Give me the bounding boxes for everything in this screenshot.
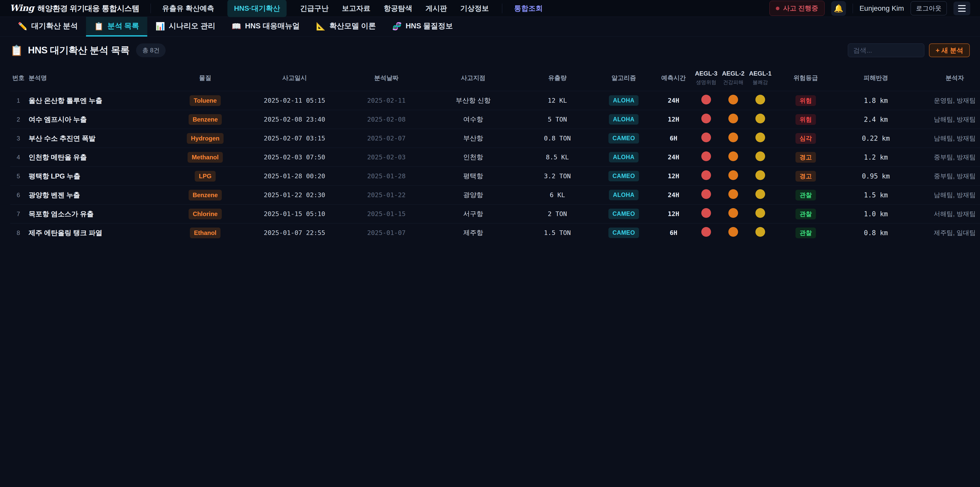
table-row[interactable]: 8 제주 에탄올링 탱크 파열 Ethanol 2025-01-07 22:55… [10,224,980,242]
notification-bell-button[interactable]: 🔔 [831,1,846,16]
cell-amount: 12 KL [522,91,593,110]
cell-predict-time: 12H [654,204,693,224]
cell-predict-time: 12H [654,110,693,129]
nav-item-reports[interactable]: 보고자료 [342,3,370,13]
cell-aegl3 [693,148,720,167]
aegl2-level-icon [729,95,738,104]
risk-badge: 심각 [795,133,816,144]
cell-aegl2 [720,110,747,129]
main-nav: 유출유 확산예측 HNS·대기확산 긴급구난 보고자료 항공탐색 게시판 기상정… [162,0,542,17]
cell-analyst: 제주팀, 일대팀 [914,224,980,242]
nav-item-integrated-search[interactable]: 통합조회 [502,3,542,13]
cell-risk: 관찰 [774,186,838,204]
cell-substance: Benzene [169,186,241,204]
page-title: 📋 HNS 대기확산 분석 목록 [10,44,129,57]
aegl3-level-icon [701,208,711,218]
table-row[interactable]: 7 목포항 염소스가 유출 Chlorine 2025-01-15 05:10 … [10,204,980,224]
pencil-icon: ✏️ [18,22,27,30]
cell-aegl2 [720,148,747,167]
search-input[interactable] [848,43,924,57]
cell-predict-time: 24H [654,186,693,204]
col-risk: 위험등급 [774,66,838,91]
cell-analyst: 남해팀, 방재팀 [914,186,980,204]
cell-substance: Benzene [169,110,241,129]
cell-analyst: 중부팀, 방재팀 [914,148,980,167]
table-row[interactable]: 2 여수 엠프시아 누출 Benzene 2025-02-08 23:40 20… [10,110,980,129]
cell-location: 인천항 [425,148,522,167]
table-row[interactable]: 1 울산 온산항 톨루엔 누출 Toluene 2025-02-11 05:15… [10,91,980,110]
cell-algorithm: CAMEO [593,204,654,224]
algorithm-badge: ALOHA [609,114,638,125]
cell-analysis-name: 부산 수소 추진연 폭발 [27,129,169,148]
logout-button[interactable]: 로그아웃 [911,1,947,15]
cell-radius: 1.5 km [838,186,914,204]
col-aegl1: AEGL-1불쾌감 [747,66,774,91]
cell-analysis-name: 목포항 염소스가 유출 [27,204,169,224]
cell-aegl2 [720,91,747,110]
cell-algorithm: ALOHA [593,186,654,204]
tab-hns-manual[interactable]: 📖 HNS 대응매뉴얼 [224,17,308,37]
tab-hns-substance-info[interactable]: 🧬 HNS 물질정보 [384,17,461,37]
tab-scenario-management[interactable]: 📊 시나리오 관리 [147,17,224,37]
cell-analysis-date: 2025-01-15 [348,204,425,224]
algorithm-badge: CAMEO [608,171,639,181]
cell-radius: 0.22 km [838,129,914,148]
cell-analysis-name: 인천항 메탄올 유출 [27,148,169,167]
substance-badge: LPG [195,171,215,182]
aegl2-level-icon [729,170,738,180]
nav-item-weather[interactable]: 기상정보 [460,3,489,13]
tab-dispersion-analysis[interactable]: ✏️ 대기확산 분석 [10,17,86,37]
cell-analyst: 남해팀, 방재팀 [914,110,980,129]
page-actions: + 새 분석 [848,43,970,57]
new-analysis-button[interactable]: + 새 분석 [929,43,970,57]
table-row[interactable]: 5 평택항 LPG 누출 LPG 2025-01-28 00:20 2025-0… [10,167,980,186]
cell-predict-time: 6H [654,224,693,242]
cell-substance: Chlorine [169,204,241,224]
tab-analysis-list[interactable]: 📋 분석 목록 [86,17,148,37]
bell-icon: 🔔 [834,4,843,13]
cell-aegl1 [747,110,774,129]
col-predict-time: 예측시간 [654,66,693,91]
table-row[interactable]: 6 광양항 벤젠 누출 Benzene 2025-01-22 02:30 202… [10,186,980,204]
cell-incident-datetime: 2025-01-28 00:20 [241,167,348,186]
cell-algorithm: CAMEO [593,224,654,242]
cell-substance: LPG [169,167,241,186]
aegl2-level-icon [729,208,738,218]
cell-analysis-date: 2025-01-28 [348,167,425,186]
nav-item-emergency-rescue[interactable]: 긴급구난 [300,3,328,13]
cell-algorithm: ALOHA [593,148,654,167]
cell-predict-time: 6H [654,129,693,148]
cell-incident-datetime: 2025-01-07 22:55 [241,224,348,242]
cell-substance: Ethanol [169,224,241,242]
risk-badge: 경고 [795,171,816,182]
cell-incident-datetime: 2025-01-15 05:10 [241,204,348,224]
tab-model-theory[interactable]: 📐 확산모델 이론 [308,17,384,37]
aegl3-level-icon [701,227,711,237]
nav-item-oil-spill[interactable]: 유출유 확산예측 [162,3,214,13]
aegl1-level-icon [756,170,765,180]
cell-location: 광양항 [425,186,522,204]
col-incident-datetime: 사고일시 [241,66,348,91]
incident-status-badge[interactable]: 사고 진행중 [770,1,824,16]
nav-item-hns-dispersion[interactable]: HNS·대기확산 [228,0,286,17]
cell-amount: 6 KL [522,186,593,204]
cell-location: 제주항 [425,224,522,242]
col-aegl2: AEGL-2건강피해 [720,66,747,91]
cell-substance: Methanol [169,148,241,167]
clipboard-icon: 📋 [94,22,103,30]
nav-item-board[interactable]: 게시판 [425,3,447,13]
cell-no: 8 [10,224,27,242]
table-row[interactable]: 3 부산 수소 추진연 폭발 Hydrogen 2025-02-07 03:15… [10,129,980,148]
aegl3-level-icon [701,133,711,142]
hamburger-menu-button[interactable] [953,2,970,15]
cell-no: 4 [10,148,27,167]
risk-badge: 경고 [795,152,816,163]
table-row[interactable]: 4 인천항 메탄올 유출 Methanol 2025-02-03 07:50 2… [10,148,980,167]
cell-no: 5 [10,167,27,186]
cell-analysis-date: 2025-02-11 [348,91,425,110]
app-logo: Wing 해양환경 위기대응 통합시스템 [10,3,139,14]
aegl3-level-icon [701,170,711,180]
nav-item-aerial-search[interactable]: 항공탐색 [383,3,412,13]
cell-analysis-name: 울산 온산항 톨루엔 누출 [27,91,169,110]
cell-algorithm: CAMEO [593,167,654,186]
